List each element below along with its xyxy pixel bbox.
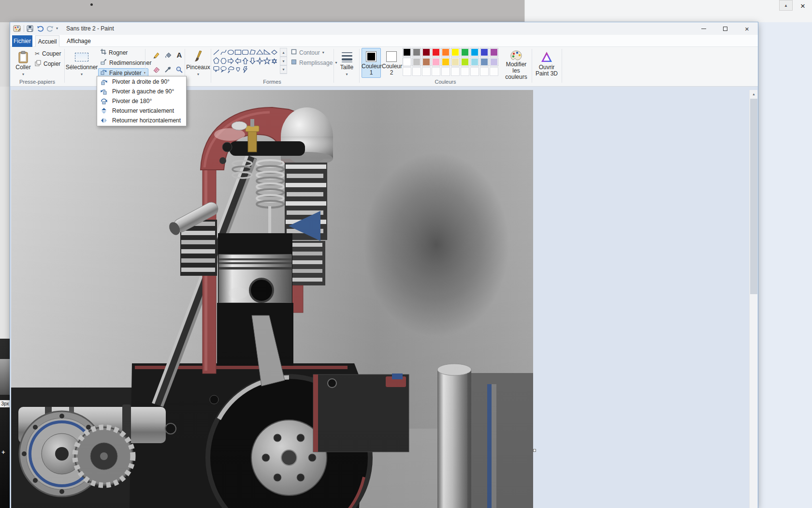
copy-button[interactable]: Copier (32, 59, 63, 68)
palette-color[interactable] (432, 48, 440, 57)
palette-color[interactable] (451, 58, 460, 66)
ribbon-tabs: Fichier Accueil Affichage (10, 35, 758, 47)
color1-button[interactable]: Couleur 1 (362, 48, 381, 78)
palette-color[interactable] (461, 67, 469, 76)
engine-cutaway-image (11, 90, 533, 508)
minimize-icon (701, 29, 706, 29)
fill-tool-button[interactable] (162, 49, 173, 61)
window-title: Sans titre 2 - Paint (66, 22, 114, 35)
close-button[interactable]: × (736, 22, 758, 35)
text-tool-button[interactable]: A (174, 49, 185, 61)
palette-color[interactable] (490, 67, 498, 76)
colors-group-label: Couleurs (359, 79, 532, 85)
palette-color[interactable] (490, 48, 498, 57)
tab-accueil[interactable]: Accueil (35, 35, 59, 47)
menu-item-rotate-180[interactable]: Pivoter de 180° (97, 96, 186, 106)
menu-item-flip-horizontal[interactable]: Retourner horizontalement (97, 116, 186, 125)
palette-color[interactable] (490, 58, 498, 66)
brushes-button[interactable]: Pinceaux ▾ (187, 48, 210, 78)
select-label: Sélectionner (66, 64, 98, 71)
group-separator (562, 49, 562, 83)
palette-color[interactable] (432, 67, 440, 76)
undo-icon[interactable] (36, 25, 44, 32)
palette-color[interactable] (480, 67, 489, 76)
palette-color[interactable] (432, 58, 440, 66)
edit-colors-label: Modifier les couleurs (503, 61, 529, 80)
palette-color[interactable] (412, 58, 421, 66)
paste-button[interactable]: Coller ▾ (13, 48, 33, 78)
size-button[interactable]: Taille ▾ (336, 48, 358, 78)
paste-label: Coller (15, 64, 30, 71)
background-window-area (524, 0, 812, 22)
palette-color[interactable] (470, 58, 479, 66)
eraser-tool-button[interactable] (151, 63, 161, 75)
save-icon[interactable] (26, 25, 34, 32)
palette-color[interactable] (451, 48, 460, 57)
menu-item-rotate-left-90[interactable]: Pivoter à gauche de 90° (97, 87, 186, 96)
shapes-grid[interactable] (213, 48, 279, 75)
paint-app-icon (13, 25, 21, 32)
maximize-button[interactable] (714, 22, 736, 35)
palette-color[interactable] (412, 48, 421, 57)
palette-color[interactable] (403, 58, 411, 66)
menu-item-label: Retourner horizontalement (112, 117, 181, 124)
resize-button[interactable]: Redimensionner (98, 58, 154, 67)
rotate-icon (101, 69, 107, 76)
tab-affichage[interactable]: Affichage (64, 35, 93, 47)
group-separator (532, 49, 532, 83)
cut-label: Couper (42, 50, 61, 57)
qat-dropdown-icon[interactable]: ▾ (56, 26, 58, 30)
palette-color[interactable] (470, 48, 479, 57)
palette-color[interactable] (461, 48, 469, 57)
open-paint3d-button[interactable]: Ouvrir Paint 3D (534, 48, 560, 78)
magnifier-tool-button[interactable] (174, 63, 185, 75)
rotate-dropdown-menu: Pivoter à droite de 90° Pivoter à gauche… (97, 76, 187, 126)
minimize-button[interactable] (693, 22, 714, 35)
palette-color[interactable] (480, 48, 489, 57)
palette-color[interactable] (441, 48, 450, 57)
palette-color[interactable] (480, 58, 489, 66)
fill-bucket-icon (164, 52, 172, 59)
color-picker-tool-button[interactable] (162, 63, 173, 75)
fill-shape-label: Remplissage (299, 60, 333, 66)
palette-color[interactable] (422, 58, 431, 66)
menu-item-rotate-right-90[interactable]: Pivoter à droite de 90° (97, 77, 186, 87)
palette-color[interactable] (422, 48, 431, 57)
scrollbar-thumb[interactable] (750, 99, 757, 294)
tab-fichier[interactable]: Fichier (12, 35, 32, 47)
palette-color[interactable] (403, 48, 411, 57)
menu-item-flip-vertical[interactable]: Retourner verticalement (97, 106, 186, 116)
select-button[interactable]: Sélectionner ▾ (66, 48, 97, 78)
pixel-size-label: 3px (0, 400, 10, 407)
canvas-vertical-scrollbar[interactable]: ▲ (749, 90, 757, 508)
cut-button[interactable]: ✂ Couper (32, 49, 63, 58)
crop-button[interactable]: Rogner (98, 48, 130, 57)
palette-color[interactable] (461, 58, 469, 66)
dropdown-caret-icon: ▾ (346, 71, 348, 77)
palette-color[interactable] (412, 67, 421, 76)
palette-color[interactable] (441, 58, 450, 66)
shapes-scroll-down-button[interactable]: ▼ (280, 57, 287, 65)
background-close-button[interactable]: × (794, 0, 812, 13)
palette-color[interactable] (451, 67, 460, 76)
outline-button[interactable]: Contour ▾ (289, 48, 327, 57)
copy-icon (35, 60, 41, 68)
color2-swatch (386, 51, 397, 62)
canvas-resize-handle[interactable] (533, 449, 536, 452)
text-icon: A (177, 51, 182, 59)
scroll-up-icon[interactable]: ▲ (750, 90, 758, 98)
redo-icon[interactable] (46, 25, 54, 32)
shapes-more-button[interactable]: ▼ (280, 65, 287, 74)
color2-button[interactable]: Couleur 2 (382, 48, 401, 78)
palette-color[interactable] (403, 67, 411, 76)
shapes-scroll-up-button[interactable]: ▲ (280, 48, 287, 57)
palette-color[interactable] (441, 67, 450, 76)
edit-colors-icon (510, 50, 522, 61)
canvas-image[interactable] (11, 90, 533, 508)
pencil-tool-button[interactable] (151, 49, 161, 61)
palette-color[interactable] (422, 67, 431, 76)
background-scroll-up-button[interactable]: ▲ (779, 0, 793, 11)
palette-color[interactable] (470, 67, 479, 76)
fill-shape-button[interactable]: Remplissage ▾ (289, 58, 339, 67)
edit-colors-button[interactable]: Modifier les couleurs (503, 48, 530, 78)
